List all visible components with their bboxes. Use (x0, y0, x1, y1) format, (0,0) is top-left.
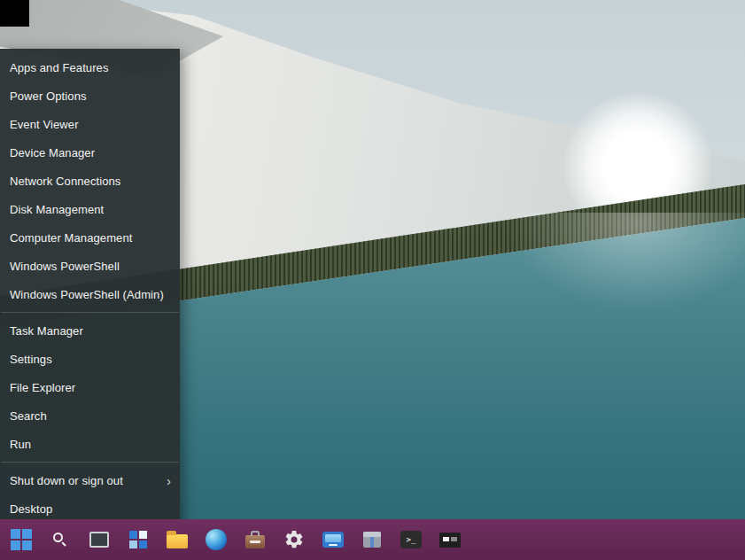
menu-item-apps-and-features[interactable]: Apps and Features (0, 53, 180, 82)
taskbar-app-settings[interactable] (282, 522, 307, 557)
settings-gear-icon (283, 529, 305, 550)
taskbar-app-window[interactable] (87, 522, 112, 557)
terminal-prompt-glyph: >_ (407, 535, 416, 544)
menu-separator (1, 312, 179, 313)
package-app-icon (363, 532, 381, 548)
terminal-icon: >_ (400, 531, 422, 548)
winx-quick-link-menu: Apps and Features Power Options Event Vi… (0, 49, 180, 527)
menu-item-windows-powershell-admin[interactable]: Windows PowerShell (Admin) (0, 280, 180, 308)
menu-item-label: Windows PowerShell (10, 260, 120, 273)
menu-item-label: Task Manager (10, 324, 83, 338)
menu-separator (1, 462, 179, 463)
taskbar-app-briefcase[interactable] (243, 522, 268, 557)
menu-item-disk-management[interactable]: Disk Management (0, 195, 180, 223)
taskbar-app-package[interactable] (360, 522, 384, 557)
menu-item-computer-management[interactable]: Computer Management (0, 223, 180, 252)
menu-item-label: Settings (10, 353, 52, 366)
menu-item-run[interactable]: Run (0, 430, 180, 458)
menu-item-power-options[interactable]: Power Options (0, 82, 180, 110)
file-explorer-icon (167, 534, 188, 548)
menu-item-label: Apps and Features (10, 61, 109, 74)
start-button[interactable] (9, 522, 34, 557)
taskbar-app-monitor[interactable] (321, 522, 345, 557)
taskbar-app-file-explorer[interactable] (165, 522, 190, 557)
menu-item-label: Network Connections (10, 175, 120, 188)
menu-item-shut-down-or-sign-out[interactable]: Shut down or sign out › (0, 466, 180, 494)
menu-item-network-connections[interactable]: Network Connections (0, 167, 180, 195)
menu-item-file-explorer[interactable]: File Explorer (0, 373, 180, 401)
menu-item-label: Windows PowerShell (Admin) (10, 288, 164, 301)
taskbar: >_ (0, 519, 745, 560)
search-button[interactable] (48, 522, 73, 557)
console-app-icon (439, 533, 461, 548)
menu-item-label: Search (10, 409, 47, 423)
menu-item-label: Disk Management (10, 203, 104, 216)
menu-item-windows-powershell[interactable]: Windows PowerShell (0, 252, 180, 280)
menu-item-label: Shut down or sign out (10, 474, 123, 487)
menu-item-label: Run (10, 438, 31, 451)
menu-item-event-viewer[interactable]: Event Viewer (0, 110, 180, 138)
menu-item-device-manager[interactable]: Device Manager (0, 138, 180, 167)
search-icon (53, 533, 67, 547)
menu-item-label: Computer Management (10, 231, 132, 245)
menu-item-label: Event Viewer (10, 118, 79, 131)
taskbar-app-widgets[interactable] (126, 522, 151, 557)
briefcase-app-icon (245, 535, 265, 548)
menu-item-label: File Explorer (10, 381, 75, 394)
menu-item-settings[interactable]: Settings (0, 345, 180, 373)
wallpaper-sun-reflection (496, 213, 745, 319)
taskbar-app-edge[interactable] (204, 522, 229, 557)
chevron-right-icon: › (167, 474, 171, 487)
menu-item-label: Desktop (10, 502, 52, 516)
menu-item-label: Power Options (10, 89, 87, 103)
menu-item-task-manager[interactable]: Task Manager (0, 316, 180, 345)
edge-browser-icon (206, 529, 227, 550)
top-left-black-region (0, 0, 29, 27)
taskbar-app-terminal[interactable]: >_ (399, 522, 423, 557)
monitor-app-icon (322, 532, 344, 548)
menu-item-label: Device Manager (10, 146, 95, 159)
widgets-icon (129, 531, 147, 548)
menu-item-search[interactable]: Search (0, 401, 180, 430)
taskbar-app-console[interactable] (438, 522, 462, 557)
windows-logo-icon (11, 529, 32, 550)
window-app-icon (89, 532, 109, 548)
